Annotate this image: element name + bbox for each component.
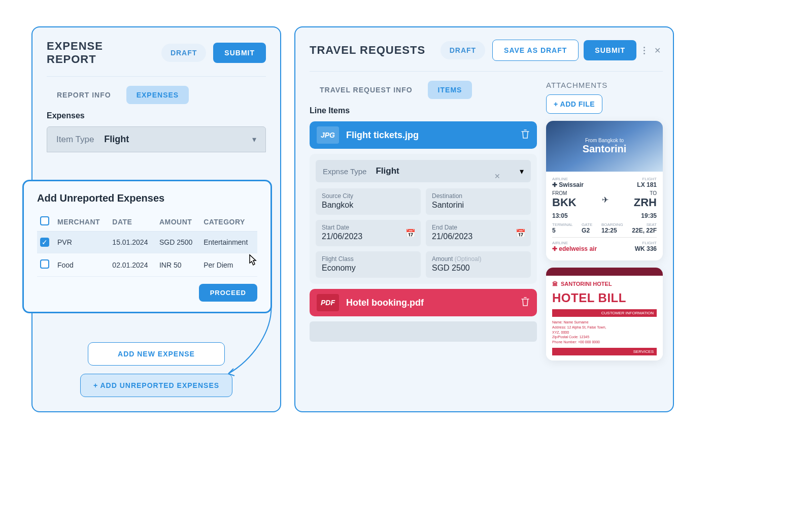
end-date-field[interactable]: End Date 21/06/2023 📅	[426, 220, 531, 246]
file-name: Flight tickets.jpg	[346, 130, 514, 141]
cell-merchant: PVR	[54, 232, 109, 253]
expense-type-value: Flight	[376, 166, 511, 176]
placeholder-bar	[310, 321, 537, 342]
unreported-expenses-table: MERCHANT DATE AMOUNT CATEGORY ✓ PVR 15.0…	[37, 212, 257, 277]
table-row[interactable]: ✓ PVR 15.01.2024 SGD 2500 Entertainment	[37, 232, 257, 253]
calendar-icon: 📅	[405, 228, 416, 238]
close-icon[interactable]: ✕	[652, 46, 663, 55]
ticket-hero: From Bangkok to Santorini	[546, 121, 663, 172]
expense-report-tabs: REPORT INFO EXPENSES	[47, 86, 266, 104]
status-badge-draft: DRAFT	[441, 41, 485, 59]
expense-report-header: EXPENSE REPORT DRAFT SUBMIT	[47, 40, 266, 77]
travel-requests-title: TRAVEL REQUESTS	[310, 44, 433, 57]
line-item-details: Expnse Type Flight ✕ ▾ Source City Bangk…	[310, 154, 537, 284]
add-unreported-expenses-button[interactable]: + ADD UNREPORTED EXPENSES	[80, 374, 232, 397]
col-amount: AMOUNT	[156, 212, 200, 232]
attachments-title: ATTACHMENTS	[546, 81, 663, 89]
add-file-button[interactable]: + ADD FILE	[546, 94, 602, 114]
tab-travel-request-info[interactable]: TRAVEL REQUEST INFO	[310, 81, 423, 99]
file-name: Hotel booking.pdf	[346, 298, 514, 308]
cursor-pointer-icon	[246, 254, 259, 273]
hotel-customer-info: Name: Name Surname Address: 12 Alpha St,…	[552, 320, 657, 345]
attachment-thumbnail-ticket[interactable]: From Bangkok to Santorini AIRLINE✚ Swiss…	[546, 121, 663, 260]
tab-items[interactable]: ITEMS	[428, 81, 472, 99]
expense-report-title: EXPENSE REPORT	[47, 40, 154, 66]
save-as-draft-button[interactable]: SAVE AS DRAFT	[492, 40, 579, 61]
file-card-hotel-booking[interactable]: PDF Hotel booking.pdf	[310, 289, 537, 316]
status-badge-draft: DRAFT	[161, 44, 206, 62]
hotel-icon: 🏛	[552, 281, 558, 287]
table-row[interactable]: Food 02.01.2024 INR 50 Per Diem	[37, 253, 257, 277]
attachments-column: ATTACHMENTS + ADD FILE From Bangkok to S…	[546, 81, 663, 368]
attachment-thumbnail-hotel[interactable]: 🏛SANTORINI HOTEL HOTEL BILL CUSTOMER INF…	[546, 268, 663, 361]
expense-type-select[interactable]: Expnse Type Flight ✕ ▾	[316, 160, 531, 182]
modal-title: Add Unreported Expenses	[37, 192, 257, 204]
calendar-icon: 📅	[516, 228, 526, 238]
item-type-select[interactable]: Item Type Flight ▾	[47, 126, 266, 152]
col-category: CATEGORY	[200, 212, 257, 232]
clear-icon[interactable]: ✕	[494, 172, 500, 180]
section-label-expenses: Expenses	[47, 111, 266, 120]
cell-amount: SGD 2500	[156, 232, 200, 253]
submit-button[interactable]: SUBMIT	[213, 43, 266, 63]
travel-requests-panel: TRAVEL REQUESTS DRAFT SAVE AS DRAFT SUBM…	[294, 26, 674, 412]
tab-report-info[interactable]: REPORT INFO	[47, 86, 121, 104]
col-date: DATE	[109, 212, 156, 232]
col-merchant: MERCHANT	[54, 212, 109, 232]
travel-request-tabs: TRAVEL REQUEST INFO ITEMS	[310, 81, 537, 99]
select-all-checkbox[interactable]	[40, 216, 49, 225]
source-city-field[interactable]: Source City Bangkok	[316, 188, 421, 215]
start-date-field[interactable]: Start Date 21/06/2023 📅	[316, 220, 421, 246]
travel-requests-header: TRAVEL REQUESTS DRAFT SAVE AS DRAFT SUBM…	[310, 40, 663, 72]
plane-icon: ✈	[602, 195, 608, 205]
line-items-label: Line Items	[310, 106, 537, 115]
add-unreported-expenses-modal: Add Unreported Expenses MERCHANT DATE AM…	[22, 180, 272, 313]
flight-class-field[interactable]: Flight Class Economy	[316, 251, 421, 278]
cell-amount: INR 50	[156, 253, 200, 277]
cell-date: 02.01.2024	[109, 253, 156, 277]
item-type-value: Flight	[104, 134, 242, 145]
kebab-menu-icon[interactable]	[641, 47, 647, 54]
cell-merchant: Food	[54, 253, 109, 277]
cell-date: 15.01.2024	[109, 232, 156, 253]
tab-expenses[interactable]: EXPENSES	[126, 86, 189, 104]
chevron-down-icon: ▾	[520, 167, 524, 176]
pdf-icon: PDF	[317, 294, 339, 311]
cell-category: Entertainment	[200, 232, 257, 253]
expense-type-label: Expnse Type	[323, 167, 366, 176]
file-card-flight-tickets[interactable]: JPG Flight tickets.jpg	[310, 121, 537, 149]
row-checkbox[interactable]	[40, 259, 49, 269]
trash-icon[interactable]	[521, 129, 530, 141]
row-checkbox[interactable]: ✓	[40, 238, 49, 247]
destination-field[interactable]: Destination Santorini	[426, 188, 531, 215]
chevron-down-icon: ▾	[252, 135, 256, 144]
amount-field[interactable]: Amount (Optinoal) SGD 2500	[426, 251, 531, 278]
item-type-label: Item Type	[56, 135, 94, 145]
proceed-button[interactable]: PROCEED	[199, 284, 257, 302]
trash-icon[interactable]	[521, 297, 530, 309]
add-new-expense-button[interactable]: ADD NEW EXPENSE	[88, 342, 225, 366]
submit-button[interactable]: SUBMIT	[584, 40, 636, 60]
jpg-icon: JPG	[317, 126, 339, 144]
